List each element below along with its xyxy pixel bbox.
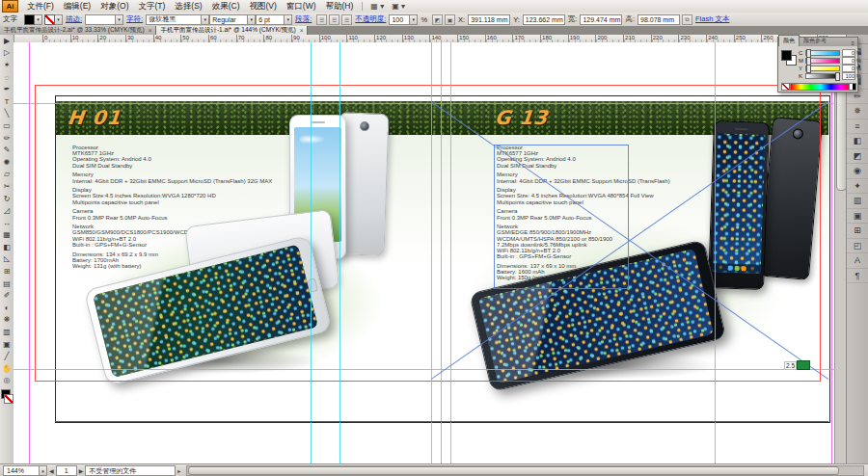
menu-item[interactable]: 编辑(E) bbox=[59, 1, 95, 13]
magenta-value[interactable]: 0 bbox=[842, 57, 855, 65]
cyan-slider[interactable] bbox=[805, 50, 840, 56]
panel-fill-swatch[interactable] bbox=[781, 50, 792, 61]
magenta-slider[interactable] bbox=[805, 58, 840, 64]
horizontal-scrollbar-thumb[interactable] bbox=[188, 466, 839, 475]
column-graph-tool-icon[interactable]: ▥ bbox=[0, 326, 14, 338]
rectangle-tool-icon[interactable]: ▭ bbox=[0, 119, 14, 132]
zoom-dropdown[interactable]: ▾ bbox=[40, 465, 47, 476]
character-panel-icon[interactable]: A bbox=[847, 253, 868, 269]
color-spectrum-bar[interactable] bbox=[790, 83, 852, 91]
paragraph-link[interactable]: 段落: bbox=[295, 14, 312, 24]
opacity-dropdown[interactable]: ▾ bbox=[410, 14, 418, 25]
appearance-panel-icon[interactable]: ◉ bbox=[847, 164, 868, 179]
lasso-tool-icon[interactable]: ◌ bbox=[0, 71, 14, 84]
zoom-level-field[interactable]: 144% bbox=[3, 465, 40, 476]
gradient-panel-icon[interactable]: ◧ bbox=[847, 134, 868, 149]
type-tool-icon[interactable]: T bbox=[0, 95, 14, 108]
paragraph-panel-icon[interactable]: ¶ bbox=[847, 269, 868, 284]
direct-selection-tool-icon[interactable]: ▷ bbox=[0, 47, 14, 60]
menu-item[interactable]: 帮助(H) bbox=[321, 1, 359, 13]
opacity-link[interactable]: 不透明度: bbox=[355, 14, 386, 24]
fill-color-swatch[interactable] bbox=[24, 14, 35, 25]
align-left-button[interactable]: ☰ bbox=[316, 14, 327, 25]
yellow-slider[interactable] bbox=[805, 66, 840, 71]
flash-text-link[interactable]: Flash 文本 bbox=[695, 14, 729, 24]
align-right-button[interactable]: ☰ bbox=[341, 14, 352, 25]
perspective-grid-tool-icon[interactable]: ◺ bbox=[0, 253, 14, 266]
black-value[interactable]: 100 bbox=[842, 72, 855, 80]
hand-tool-icon[interactable]: ✋ bbox=[0, 362, 14, 375]
menu-item[interactable]: 选择(S) bbox=[170, 1, 206, 13]
blend-tool-icon[interactable]: ◐ bbox=[0, 302, 14, 314]
yellow-value[interactable]: 0 bbox=[842, 65, 855, 72]
stroke-panel-icon[interactable]: ≡ bbox=[847, 119, 868, 135]
file-status-field[interactable]: 不受管理的文件 bbox=[85, 465, 176, 476]
artboard-number-field[interactable]: 1 bbox=[56, 465, 77, 476]
font-style-field[interactable]: Regular bbox=[209, 14, 248, 25]
width-tool-icon[interactable]: ↔ bbox=[0, 217, 14, 229]
toolbar-stroke-swatch[interactable] bbox=[4, 394, 14, 404]
layers-panel-icon[interactable]: ▥ bbox=[847, 194, 868, 209]
stroke-color-dropdown[interactable]: ▾ bbox=[55, 14, 63, 25]
eyedropper-tool-icon[interactable]: ✐ bbox=[0, 289, 14, 302]
scale-tool-icon[interactable]: ◿ bbox=[0, 204, 14, 217]
canvas[interactable]: H 01 G 13 ProcessorMTK6577 1GHzOperating… bbox=[14, 42, 835, 463]
fill-stroke-indicator[interactable] bbox=[0, 388, 14, 404]
selection-tool-icon[interactable]: ▶ bbox=[0, 35, 14, 47]
workspace-button[interactable]: ▣ ▾ bbox=[388, 2, 409, 11]
status-expand-arrow[interactable]: ▸ bbox=[177, 467, 180, 474]
align-center-button[interactable]: ☰ bbox=[329, 14, 339, 25]
symbols-panel-icon[interactable]: ✵ bbox=[847, 104, 868, 119]
black-slider[interactable] bbox=[805, 73, 840, 79]
menu-item[interactable]: 窗口(W) bbox=[282, 1, 321, 13]
arrange-documents-button[interactable]: ▦ ▾ bbox=[366, 2, 388, 11]
selection-outline[interactable] bbox=[494, 145, 629, 289]
document-tab-1[interactable]: 手机平面宣传品设计-2.ai* @ 33.33% (CMYK/预览) × bbox=[0, 26, 156, 35]
blob-brush-tool-icon[interactable]: ✺ bbox=[0, 156, 14, 169]
menu-item[interactable]: 对象(O) bbox=[95, 1, 133, 13]
constrain-proportions-button[interactable]: ⧉ bbox=[682, 14, 692, 25]
first-artboard-arrow[interactable]: ◀ bbox=[49, 467, 54, 474]
pen-tool-icon[interactable]: ✒ bbox=[0, 83, 14, 95]
free-transform-tool-icon[interactable]: ▦ bbox=[0, 229, 14, 242]
rotate-tool-icon[interactable]: ↻ bbox=[0, 193, 14, 205]
slice-tool-icon[interactable]: ╱ bbox=[0, 350, 14, 362]
stroke-link[interactable]: 描边: bbox=[66, 14, 82, 24]
width-field[interactable]: 129.474 mm bbox=[580, 14, 622, 25]
recolor-artwork-button[interactable]: ◩ bbox=[432, 14, 443, 25]
symbol-sprayer-tool-icon[interactable]: ❋ bbox=[0, 314, 14, 327]
y-field[interactable]: 123.662 mm bbox=[523, 14, 565, 25]
reference-point-locator[interactable]: ▣ bbox=[445, 14, 455, 25]
character-link[interactable]: 字符: bbox=[126, 14, 143, 24]
gradient-tool-icon[interactable]: ▤ bbox=[0, 278, 14, 290]
line-tool-icon[interactable]: ╲ bbox=[0, 108, 14, 120]
graphic-styles-panel-icon[interactable]: ✦ bbox=[847, 179, 868, 195]
eraser-tool-icon[interactable]: ▱ bbox=[0, 169, 14, 181]
font-size-field[interactable]: 6 pt bbox=[256, 14, 285, 25]
font-style-dropdown[interactable]: ▾ bbox=[248, 14, 256, 25]
menu-item[interactable]: 效果(C) bbox=[207, 1, 245, 13]
scissors-tool-icon[interactable]: ✂ bbox=[0, 180, 14, 193]
align-panel-icon[interactable]: ⊞ bbox=[847, 224, 868, 239]
horizontal-scrollbar[interactable] bbox=[186, 465, 864, 476]
pathfinder-panel-icon[interactable]: ◰ bbox=[847, 239, 868, 254]
mesh-tool-icon[interactable]: ⊞ bbox=[0, 265, 14, 278]
none-swatch[interactable] bbox=[781, 83, 790, 91]
shape-builder-tool-icon[interactable]: ◧ bbox=[0, 241, 14, 253]
artboards-panel-icon[interactable]: ▣ bbox=[847, 209, 868, 225]
transparency-panel-icon[interactable]: ◩ bbox=[847, 149, 868, 165]
document-tab-2[interactable]: 手机平面宣传品设计-1.ai* @ 144% (CMYK/预览) × bbox=[156, 26, 308, 35]
pencil-tool-icon[interactable]: ✎ bbox=[0, 144, 14, 156]
paintbrush-tool-icon[interactable]: ✏ bbox=[0, 132, 14, 145]
stroke-color-swatch[interactable] bbox=[44, 14, 55, 25]
font-family-field[interactable]: 微软雅黑 bbox=[146, 14, 202, 25]
cyan-value[interactable]: 0 bbox=[842, 49, 855, 57]
opacity-field[interactable]: 100 bbox=[389, 14, 410, 25]
black-white-swatch[interactable] bbox=[849, 83, 856, 91]
fill-color-dropdown[interactable]: ▾ bbox=[35, 14, 42, 25]
close-icon[interactable]: × bbox=[300, 27, 304, 34]
close-icon[interactable]: × bbox=[149, 27, 152, 34]
menu-item[interactable]: 文字(T) bbox=[133, 1, 170, 13]
tab-color[interactable]: 颜色 bbox=[778, 35, 800, 46]
last-artboard-arrow[interactable]: ▶ bbox=[79, 467, 84, 474]
